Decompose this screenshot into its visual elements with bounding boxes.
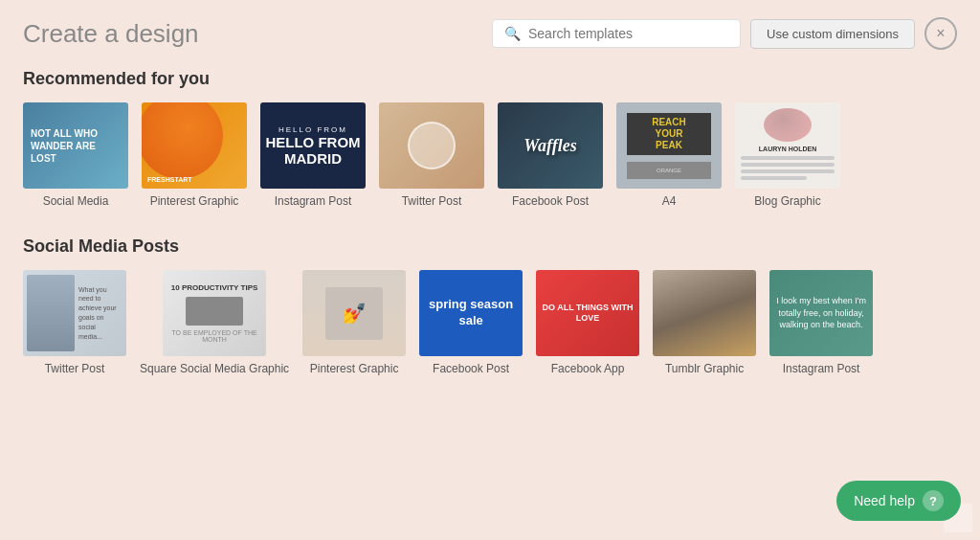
madrid-main: HELLO FROM MADRID bbox=[260, 134, 366, 167]
waffles-text: Waffles bbox=[523, 136, 576, 156]
orange-shape bbox=[142, 102, 223, 179]
blog-person bbox=[764, 108, 812, 142]
header: Create a design 🔍 Use custom dimensions … bbox=[0, 0, 980, 59]
template-facebook-spring[interactable]: spring season sale Facebook Post bbox=[419, 270, 523, 375]
template-instagram-post[interactable]: HELLO FROM HELLO FROM MADRID Instagram P… bbox=[260, 102, 366, 208]
help-icon: ? bbox=[923, 490, 944, 511]
blog-line-4 bbox=[741, 176, 807, 180]
facebook-app-thumb: DO ALL THINGS WITH LOVE bbox=[536, 270, 639, 356]
sq-subtitle: TO BE EMPLOYED OF THE MONTH bbox=[168, 329, 260, 343]
facebook-post-label: Facebook Post bbox=[512, 194, 589, 208]
social-templates-row: What you need to achieve your goals on s… bbox=[23, 270, 957, 375]
template-pinterest-graphic[interactable]: FRESHSTART Pinterest Graphic bbox=[142, 102, 247, 208]
search-bar[interactable]: 🔍 bbox=[492, 19, 741, 48]
social-posts-title: Social Media Posts bbox=[23, 236, 957, 257]
close-icon: × bbox=[936, 25, 945, 42]
search-input[interactable] bbox=[528, 26, 728, 41]
pinterest-graphic-label: Pinterest Graphic bbox=[150, 194, 239, 208]
template-a4[interactable]: REACHYOURPEAK ORANGE A4 bbox=[616, 102, 722, 208]
freshstart-text: FRESHSTART bbox=[147, 176, 192, 183]
template-twitter-social[interactable]: What you need to achieve your goals on s… bbox=[23, 270, 126, 375]
twitter-social-thumb: What you need to achieve your goals on s… bbox=[23, 270, 126, 356]
blog-avatar-circle bbox=[764, 108, 812, 142]
square-social-label: Square Social Media Graphic bbox=[140, 362, 289, 375]
tumblr-label: Tumblr Graphic bbox=[665, 362, 744, 375]
template-square-social[interactable]: 10 PRODUCTIVITY TIPS TO BE EMPLOYED OF T… bbox=[140, 270, 289, 375]
close-button[interactable]: × bbox=[924, 17, 957, 50]
tumblr-thumb bbox=[653, 270, 756, 356]
header-controls: 🔍 Use custom dimensions × bbox=[492, 17, 957, 50]
twitter-visual bbox=[379, 102, 484, 189]
template-pinterest-social[interactable]: 💅 Pinterest Graphic bbox=[302, 270, 406, 375]
need-help-label: Need help bbox=[854, 493, 915, 508]
blog-lines bbox=[741, 156, 835, 183]
template-facebook-app[interactable]: DO ALL THINGS WITH LOVE Facebook App bbox=[536, 270, 639, 375]
blog-author-name: LAURYN HOLDEN bbox=[759, 146, 816, 152]
instagram-thumb: HELLO FROM HELLO FROM MADRID bbox=[260, 102, 366, 189]
social-media-text: NOT ALL WHO WANDER ARE LOST bbox=[31, 127, 121, 165]
social-media-label: Social Media bbox=[43, 194, 109, 208]
madrid-text: HELLO FROM HELLO FROM MADRID bbox=[260, 125, 366, 167]
page-title: Create a design bbox=[23, 19, 199, 49]
blog-thumb: LAURYN HOLDEN bbox=[735, 102, 840, 189]
a4-reach-text: REACHYOURPEAK bbox=[631, 117, 707, 151]
facebook-spring-label: Facebook Post bbox=[433, 362, 509, 375]
nail-image: 💅 bbox=[325, 287, 383, 340]
template-tumblr[interactable]: Tumblr Graphic bbox=[653, 270, 756, 375]
facebook-spring-thumb: spring season sale bbox=[419, 270, 523, 356]
typewriter-shape bbox=[186, 297, 243, 326]
need-help-button[interactable]: Need help ? bbox=[836, 481, 961, 521]
pinterest-social-thumb: 💅 bbox=[302, 270, 406, 356]
instagram-post-label: Instagram Post bbox=[275, 194, 352, 208]
facebook-app-label: Facebook App bbox=[551, 362, 625, 375]
tumblr-visual bbox=[653, 270, 756, 356]
twitter-thumb bbox=[379, 102, 484, 189]
spring-sale-text: spring season sale bbox=[419, 297, 523, 329]
template-instagram-social[interactable]: I look my best when I'm totally free, on… bbox=[769, 270, 873, 375]
instagram-social-thumb: I look my best when I'm totally free, on… bbox=[769, 270, 873, 356]
twitter-person-shape bbox=[27, 275, 75, 351]
a4-label: A4 bbox=[662, 194, 677, 208]
recommended-templates-row: NOT ALL WHO WANDER ARE LOST Social Media… bbox=[23, 102, 957, 208]
pinterest-social-label: Pinterest Graphic bbox=[310, 362, 399, 375]
search-icon: 🔍 bbox=[504, 26, 521, 41]
custom-dimensions-button[interactable]: Use custom dimensions bbox=[750, 19, 915, 49]
instagram-post-text: I look my best when I'm totally free, on… bbox=[775, 295, 867, 331]
recommended-section: Recommended for you NOT ALL WHO WANDER A… bbox=[0, 59, 980, 208]
recommended-title: Recommended for you bbox=[23, 69, 957, 89]
template-twitter-post[interactable]: Twitter Post bbox=[379, 102, 484, 208]
a4-thumb: REACHYOURPEAK ORANGE bbox=[616, 102, 722, 189]
productivity-title: 10 PRODUCTIVITY TIPS bbox=[171, 283, 258, 293]
twitter-post-label: Twitter Post bbox=[402, 194, 462, 208]
template-social-media[interactable]: NOT ALL WHO WANDER ARE LOST Social Media bbox=[23, 102, 128, 208]
social-posts-section: Social Media Posts What you need to achi… bbox=[0, 227, 980, 375]
twitter-circle bbox=[408, 122, 456, 169]
twitter-social-label: Twitter Post bbox=[45, 362, 105, 375]
do-all-text: DO ALL THINGS WITH LOVE bbox=[536, 303, 639, 324]
blog-graphic-label: Blog Graphic bbox=[754, 194, 820, 208]
facebook-thumb: Waffles bbox=[498, 102, 603, 189]
a4-visual: REACHYOURPEAK bbox=[627, 113, 711, 155]
blog-line-3 bbox=[741, 169, 835, 173]
pinterest-social-visual: 💅 bbox=[302, 270, 406, 356]
template-facebook-post[interactable]: Waffles Facebook Post bbox=[498, 102, 603, 208]
a4-sub: ORANGE bbox=[627, 162, 711, 179]
pinterest-visual: FRESHSTART bbox=[142, 102, 247, 189]
blog-line-2 bbox=[741, 163, 835, 167]
twitter-text-block: What you need to achieve your goals on s… bbox=[75, 281, 122, 346]
social-media-thumb: NOT ALL WHO WANDER ARE LOST bbox=[23, 102, 128, 189]
blog-line-1 bbox=[741, 156, 835, 160]
square-social-thumb: 10 PRODUCTIVITY TIPS TO BE EMPLOYED OF T… bbox=[163, 270, 266, 356]
template-blog-graphic[interactable]: LAURYN HOLDEN Blog Graphic bbox=[735, 102, 840, 208]
pinterest-thumb: FRESHSTART bbox=[142, 102, 247, 189]
nail-icon: 💅 bbox=[343, 302, 367, 325]
instagram-social-label: Instagram Post bbox=[783, 362, 860, 375]
